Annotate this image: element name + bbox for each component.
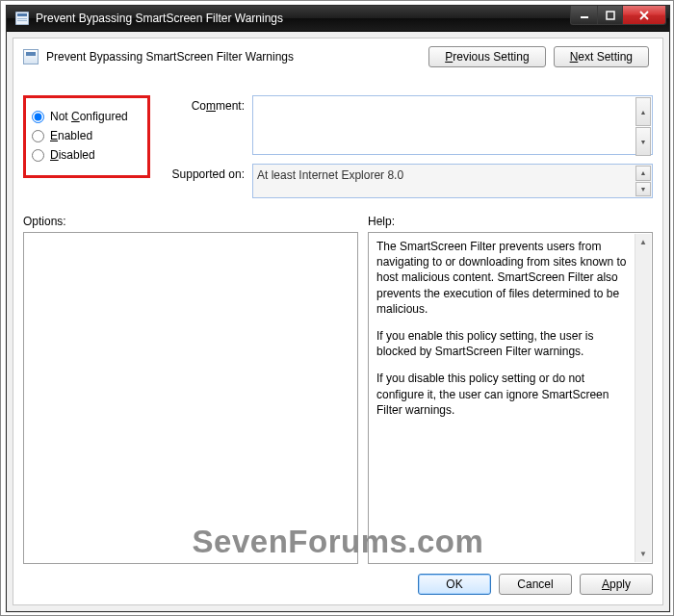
state-radio-group: Not Configured Enabled Disabled [23, 95, 150, 178]
radio-disabled-input[interactable] [32, 149, 44, 162]
divider [23, 206, 653, 207]
title-bar[interactable]: Prevent Bypassing SmartScreen Filter War… [7, 6, 669, 32]
svg-rect-5 [607, 12, 614, 19]
scroll-up-icon[interactable]: ▲ [635, 234, 651, 250]
window-title: Prevent Bypassing SmartScreen Filter War… [36, 12, 570, 25]
scroll-down-icon[interactable]: ▼ [635, 182, 651, 197]
svg-rect-1 [17, 13, 27, 16]
svg-rect-4 [581, 16, 588, 18]
comment-label: Comment: [158, 95, 245, 158]
svg-rect-2 [17, 18, 27, 19]
radio-not-configured-input[interactable] [32, 111, 44, 123]
pane-labels: Options: Help: [23, 215, 653, 228]
help-para: The SmartScreen Filter prevents users fr… [376, 239, 631, 317]
close-button[interactable] [622, 6, 666, 25]
scroll-up-icon[interactable]: ▲ [635, 97, 651, 126]
radio-enabled-input[interactable] [32, 130, 44, 142]
config-row: Not Configured Enabled Disabled Comment: [23, 95, 653, 198]
maximize-button[interactable] [597, 6, 622, 25]
options-pane [23, 232, 358, 564]
outer-frame: Prevent Bypassing SmartScreen Filter War… [0, 0, 674, 616]
previous-setting-button[interactable]: Previous Setting [428, 46, 545, 67]
help-para: If you disable this policy setting or do… [376, 371, 631, 418]
policy-icon [14, 11, 30, 26]
scroll-up-icon[interactable]: ▲ [635, 166, 651, 181]
radio-disabled[interactable]: Disabled [32, 148, 140, 162]
help-text: The SmartScreen Filter prevents users fr… [369, 233, 652, 435]
scroll-down-icon[interactable]: ▼ [635, 127, 651, 156]
svg-rect-3 [17, 20, 27, 21]
client-area: Prevent Bypassing SmartScreen Filter War… [13, 38, 663, 605]
policy-title: Prevent Bypassing SmartScreen Filter War… [46, 50, 421, 64]
help-pane: The SmartScreen Filter prevents users fr… [368, 232, 653, 564]
radio-enabled[interactable]: Enabled [32, 129, 140, 142]
comment-scroll[interactable]: ▲▼ [635, 97, 651, 156]
next-setting-button[interactable]: Next Setting [554, 46, 649, 67]
policy-small-icon [23, 49, 39, 64]
supported-on-label: Supported on: [158, 164, 245, 181]
radio-not-configured[interactable]: Not Configured [32, 110, 140, 123]
divider [23, 87, 653, 88]
help-para: If you enable this policy setting, the u… [376, 328, 631, 359]
header-row: Prevent Bypassing SmartScreen Filter War… [23, 46, 653, 67]
minimize-button[interactable] [570, 6, 597, 25]
comment-textarea[interactable] [252, 95, 653, 155]
scroll-down-icon[interactable]: ▼ [635, 546, 651, 562]
supported-scroll[interactable]: ▲▼ [635, 166, 651, 196]
supported-on-value: At least Internet Explorer 8.0 [252, 164, 653, 198]
footer-buttons: OK Cancel Apply [23, 564, 653, 595]
help-label: Help: [368, 215, 395, 228]
dialog-window: Prevent Bypassing SmartScreen Filter War… [6, 5, 670, 612]
window-buttons [570, 6, 666, 25]
options-label: Options: [23, 215, 358, 228]
ok-button[interactable]: OK [418, 574, 491, 595]
help-scrollbar[interactable]: ▲ ▼ [635, 234, 651, 562]
apply-button[interactable]: Apply [580, 574, 653, 595]
panes: The SmartScreen Filter prevents users fr… [23, 232, 653, 564]
cancel-button[interactable]: Cancel [499, 574, 572, 595]
